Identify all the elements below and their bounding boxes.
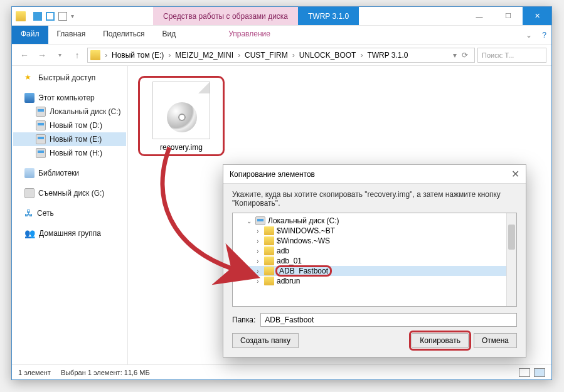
tab-share[interactable]: Поделиться <box>94 26 153 44</box>
sidebar-item-label: Библиотеки <box>38 169 79 177</box>
quick-access-toolbar: ▾ <box>29 7 78 25</box>
ribbon: Файл Главная Поделиться Вид Управление ⌄… <box>12 26 551 45</box>
tree-scrollbar[interactable] <box>506 213 516 306</box>
sidebar-drive-e[interactable]: Новый том (E:) <box>13 132 126 146</box>
dialog-titlebar: Копирование элементов ✕ <box>223 165 526 184</box>
sidebar-item-label: Быстрый доступ <box>38 73 95 82</box>
annotation-highlight: recovery.img <box>138 76 225 156</box>
sidebar-quick-access[interactable]: ★Быстрый доступ <box>13 71 126 85</box>
status-selected: Выбран 1 элемент: 11,6 МБ <box>61 369 150 376</box>
folder-icon <box>264 277 274 285</box>
caret-open-icon: ⌄ <box>245 218 253 225</box>
sidebar-item-label: Новый том (H:) <box>50 149 102 157</box>
sidebar-homegroup[interactable]: 👥Домашняя группа <box>13 226 126 240</box>
tab-file[interactable]: Файл <box>12 26 48 44</box>
drive-icon <box>36 148 46 158</box>
sidebar-drive-d[interactable]: Новый том (D:) <box>13 119 126 132</box>
copy-button[interactable]: Копировать <box>412 333 469 348</box>
breadcrumb-folder-icon <box>90 50 100 60</box>
qat-button-3[interactable] <box>58 12 67 21</box>
sidebar-item-label: Новый том (D:) <box>50 121 102 130</box>
drive-icon <box>255 216 265 225</box>
sidebar-item-label: Локальный диск (C:) <box>50 107 121 116</box>
minimize-button[interactable]: — <box>465 7 494 25</box>
breadcrumb-item[interactable]: CUST_FIRM <box>242 51 290 60</box>
help-icon[interactable]: ? <box>537 26 551 44</box>
caret-icon: › <box>254 278 262 285</box>
tree-label: Локальный диск (C:) <box>268 216 339 225</box>
nav-up-button[interactable]: ↑ <box>70 48 85 63</box>
breadcrumb-item[interactable]: UNLOCK_BOOT <box>297 51 359 60</box>
folder-icon <box>264 246 274 255</box>
sidebar-libraries[interactable]: Библиотеки <box>13 166 126 180</box>
tree-label: ADB_Fastboot <box>277 267 331 275</box>
tree-folder[interactable]: ›adbrun <box>237 276 513 286</box>
sidebar-item-label: Сеть <box>37 209 54 218</box>
tree-folder[interactable]: ›$WINDOWS.~BT <box>237 226 513 236</box>
copy-dialog: Копирование элементов ✕ Укажите, куда вы… <box>223 164 526 358</box>
breadcrumb[interactable]: › Новый том (E:) › MEIZU_M2_MINI › CUST_… <box>87 48 475 63</box>
tab-home[interactable]: Главная <box>48 26 95 44</box>
qat-button-2[interactable] <box>46 12 55 21</box>
folder-input-row: Папка: <box>223 307 526 327</box>
refresh-icon[interactable]: ⟳ <box>458 51 472 60</box>
breadcrumb-item[interactable]: TWRP 3.1.0 <box>364 51 410 60</box>
view-icons-button[interactable] <box>534 368 545 377</box>
sidebar-this-pc[interactable]: Этот компьютер <box>13 91 126 105</box>
network-icon: 🖧 <box>24 208 33 218</box>
folder-tree[interactable]: ⌄Локальный диск (C:) ›$WINDOWS.~BT ›$Win… <box>232 213 517 307</box>
search-input[interactable]: Поиск: T... <box>477 48 546 63</box>
sidebar-network[interactable]: 🖧Сеть <box>13 206 126 220</box>
drive-icon <box>36 134 46 144</box>
tree-folder[interactable]: ›adb <box>237 246 513 256</box>
contextual-tabs: Средства работы с образами диска TWRP 3.… <box>153 7 359 25</box>
tree-folder-adbfastboot[interactable]: ›ADB_Fastboot <box>237 266 513 276</box>
breadcrumb-dropdown-icon[interactable]: ▾ <box>453 51 457 60</box>
tab-manage[interactable]: Управление <box>220 26 279 44</box>
maximize-button[interactable]: ☐ <box>494 7 523 25</box>
context-tab-disc[interactable]: Средства работы с образами диска <box>153 7 298 25</box>
navigation-pane: ★Быстрый доступ Этот компьютер Локальный… <box>12 66 128 364</box>
folder-label: Папка: <box>232 315 255 324</box>
file-item-recovery[interactable]: recovery.img <box>144 82 219 152</box>
dialog-title: Копирование элементов <box>230 170 315 179</box>
folder-input[interactable] <box>260 313 517 327</box>
folder-icon <box>264 267 274 275</box>
dialog-close-button[interactable]: ✕ <box>511 168 519 180</box>
tree-folder[interactable]: ›adb_01 <box>237 256 513 266</box>
ribbon-expand-icon[interactable]: ⌄ <box>521 26 537 44</box>
dialog-message: Укажите, куда вы хотите скопировать "rec… <box>223 184 526 213</box>
pc-icon <box>24 93 35 103</box>
tab-view[interactable]: Вид <box>153 26 184 44</box>
sidebar-item-label: Новый том (E:) <box>50 135 102 144</box>
breadcrumb-item[interactable]: MEIZU_M2_MINI <box>173 51 236 60</box>
cancel-button[interactable]: Отмена <box>474 333 517 348</box>
tree-label: adbrun <box>277 277 300 285</box>
tree-folder[interactable]: ›$Windows.~WS <box>237 236 513 246</box>
qat-dropdown-icon[interactable]: ▾ <box>71 13 74 19</box>
view-details-button[interactable] <box>519 368 530 377</box>
qat-button-1[interactable] <box>33 12 42 21</box>
nav-forward-button[interactable]: → <box>35 48 50 63</box>
tree-drive-c[interactable]: ⌄Локальный диск (C:) <box>237 216 513 226</box>
sidebar-drive-h[interactable]: Новый том (H:) <box>13 146 126 160</box>
caret-icon: › <box>254 238 262 245</box>
caret-icon: › <box>254 268 262 275</box>
folder-icon <box>264 257 274 265</box>
nav-back-button[interactable]: ← <box>17 48 32 63</box>
new-folder-button[interactable]: Создать папку <box>232 333 299 348</box>
tree-label: adb <box>277 246 289 255</box>
folder-icon <box>16 11 26 21</box>
close-button[interactable]: ✕ <box>523 7 551 25</box>
libraries-icon <box>24 168 35 178</box>
sidebar-item-label: Съемный диск (G:) <box>38 189 104 198</box>
titlebar-icons <box>12 7 29 25</box>
sidebar-drive-c[interactable]: Локальный диск (C:) <box>13 105 126 119</box>
caret-icon: › <box>254 228 262 235</box>
breadcrumb-item[interactable]: Новый том (E:) <box>109 51 166 60</box>
titlebar: ▾ Средства работы с образами диска TWRP … <box>12 7 551 26</box>
sidebar-removable[interactable]: Съемный диск (G:) <box>13 186 126 200</box>
disc-image-icon <box>152 82 210 139</box>
nav-history-icon[interactable]: ▾ <box>52 48 67 63</box>
star-icon: ★ <box>24 73 35 83</box>
